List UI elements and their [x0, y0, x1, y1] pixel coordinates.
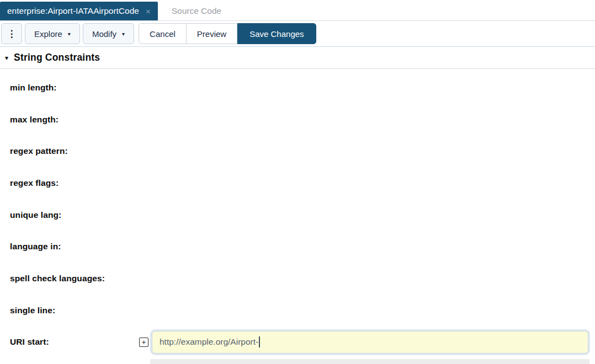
section-title: String Constraints [14, 52, 100, 63]
tab-label: enterprise:Airport-IATAAirportCode [7, 6, 139, 16]
uri-start-input[interactable]: http://example.org/Airport- [152, 331, 588, 354]
tab-form-editor[interactable]: enterprise:Airport-IATAAirportCode × [0, 2, 158, 20]
cropped-element-below [150, 359, 589, 364]
modify-label: Modify [92, 29, 116, 39]
form-row-unique-lang: unique lang: [0, 199, 595, 231]
field-label-min-length: min length: [10, 83, 57, 93]
explore-label: Explore [34, 29, 62, 39]
kebab-menu-button[interactable]: ⋮ [1, 23, 22, 44]
form-row-uri-start: URI start: + http://example.org/Airport- [0, 326, 595, 358]
text-cursor [259, 336, 260, 347]
tab-source-code[interactable]: Source Code [158, 2, 235, 20]
kebab-icon: ⋮ [7, 28, 17, 40]
form-row-max-length: max length: [0, 104, 595, 136]
chevron-down-icon: ▾ [122, 31, 125, 37]
close-icon[interactable]: × [146, 7, 151, 15]
toolbar: ⋮ Explore ▾ Modify ▾ Cancel Preview Save… [0, 21, 595, 47]
cancel-button[interactable]: Cancel [139, 23, 187, 44]
field-label-regex-pattern: regex pattern: [10, 146, 68, 156]
field-label-unique-lang: unique lang: [10, 210, 61, 220]
field-label-single-line: single line: [10, 306, 55, 315]
uri-start-value: http://example.org/Airport- [160, 337, 258, 347]
form-row-min-length: min length: [0, 72, 595, 104]
form-row-regex-pattern: regex pattern: [0, 135, 595, 167]
modify-dropdown[interactable]: Modify ▾ [83, 23, 134, 44]
field-label-language-in: language in: [10, 242, 61, 251]
action-button-group: Cancel Preview Save Changes [139, 23, 316, 44]
form-row-regex-flags: regex flags: [0, 167, 595, 199]
explore-dropdown[interactable]: Explore ▾ [25, 23, 80, 44]
section-header-string-constraints[interactable]: ▾ String Constraints [0, 47, 595, 69]
form-row-spell-check-languages: spell check languages: [0, 263, 595, 295]
form-row-single-line: single line: [0, 295, 595, 326]
editor-page: enterprise:Airport-IATAAirportCode × Sou… [0, 0, 595, 364]
form-row-language-in: language in: [0, 231, 595, 263]
field-label-max-length: max length: [10, 115, 59, 125]
field-label-regex-flags: regex flags: [10, 178, 59, 188]
save-changes-button[interactable]: Save Changes [237, 23, 316, 44]
tab-bar: enterprise:Airport-IATAAirportCode × Sou… [0, 0, 595, 21]
preview-button[interactable]: Preview [187, 23, 237, 44]
add-value-icon[interactable]: + [139, 338, 148, 347]
string-constraints-form: min length: max length: regex pattern: r… [0, 69, 595, 358]
field-label-uri-start: URI start: [10, 337, 139, 347]
tab-label: Source Code [172, 6, 221, 16]
collapse-arrow-icon[interactable]: ▾ [5, 54, 8, 62]
chevron-down-icon: ▾ [68, 31, 71, 37]
field-label-spell-check-languages: spell check languages: [10, 274, 105, 283]
